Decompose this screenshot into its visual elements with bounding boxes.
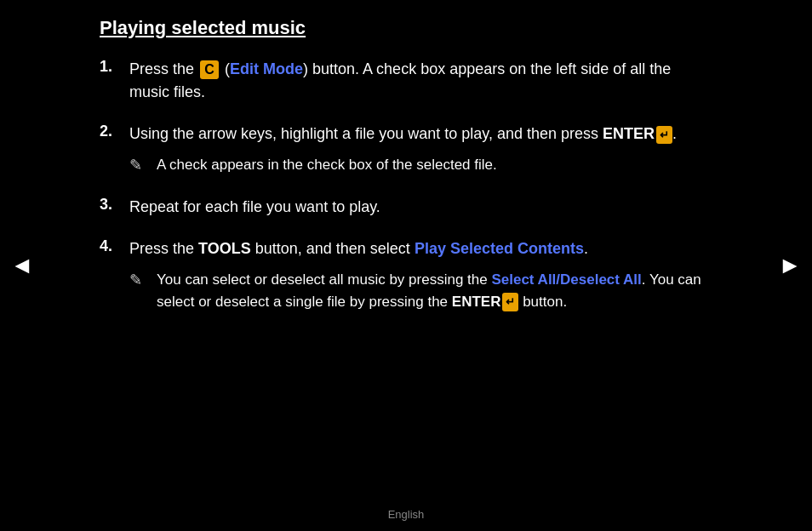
step-2: 2. Using the arrow keys, highlight a fil… <box>100 123 712 177</box>
step-2-note: ✎ A check appears in the check box of th… <box>129 154 712 177</box>
step-1-text-2: ( <box>220 60 230 77</box>
footer-language: English <box>388 508 425 521</box>
step-4-text-2: button, and then select <box>251 240 415 257</box>
step-3: 3. Repeat for each file you want to play… <box>100 196 712 219</box>
main-content: Playing selected music 1. Press the C (E… <box>31 0 781 348</box>
step-number-1: 1. <box>100 58 129 76</box>
select-all-deselect-all-label: Select All/Deselect All <box>491 271 641 288</box>
step-2-note-text: A check appears in the check box of the … <box>157 154 497 176</box>
c-edit-button: C <box>200 60 219 79</box>
note-4-text-1: You can select or deselect all music by … <box>157 271 491 288</box>
note-4-text-3: button. <box>518 294 567 310</box>
note-icon-4: ✎ <box>129 269 148 292</box>
step-2-content: Using the arrow keys, highlight a file y… <box>129 123 712 177</box>
step-3-content: Repeat for each file you want to play. <box>129 196 712 219</box>
step-2-text-1: Using the arrow keys, highlight a file y… <box>129 125 603 142</box>
step-4: 4. Press the TOOLS button, and then sele… <box>100 237 712 312</box>
step-3-text: Repeat for each file you want to play. <box>129 198 380 215</box>
step-4-text-3: . <box>584 240 588 257</box>
step-number-3: 3. <box>100 196 129 214</box>
step-1-text-1: Press the <box>129 60 198 77</box>
page-title: Playing selected music <box>100 17 712 39</box>
enter-label-2: ENTER <box>603 125 655 142</box>
note-icon-2: ✎ <box>129 154 148 177</box>
step-number-4: 4. <box>100 237 129 255</box>
step-4-note-text: You can select or deselect all music by … <box>157 269 712 312</box>
step-4-content: Press the TOOLS button, and then select … <box>129 237 712 312</box>
edit-mode-label: Edit Mode <box>230 60 303 77</box>
step-number-2: 2. <box>100 123 129 140</box>
enter-label-4: ENTER <box>452 294 501 310</box>
nav-arrow-left[interactable]: ◄ <box>10 252 34 279</box>
step-1-content: Press the C (Edit Mode) button. A check … <box>129 58 712 104</box>
steps-list: 1. Press the C (Edit Mode) button. A che… <box>100 58 712 312</box>
enter-icon-4: ↵ <box>502 293 518 311</box>
step-4-note: ✎ You can select or deselect all music b… <box>129 269 712 312</box>
play-selected-label: Play Selected Contents <box>415 240 584 257</box>
step-4-text-1: Press the <box>129 240 198 257</box>
enter-icon-2: ↵ <box>656 126 672 145</box>
nav-arrow-right[interactable]: ► <box>778 252 802 279</box>
tools-label: TOOLS <box>198 240 251 257</box>
step-2-text-2: . <box>672 125 677 142</box>
step-1: 1. Press the C (Edit Mode) button. A che… <box>100 58 712 104</box>
